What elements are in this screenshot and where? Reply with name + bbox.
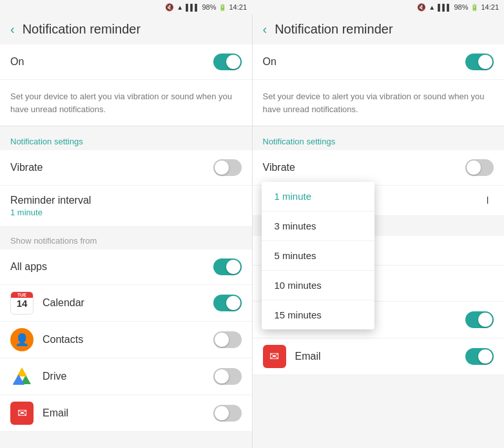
left-vibrate-knob: [215, 161, 229, 175]
battery-icon-right: 🔋: [470, 4, 478, 11]
right-description-section: Set your device to alert you via vibrati…: [253, 80, 505, 126]
left-all-apps-row: All apps: [0, 249, 252, 285]
right-on-toggle[interactable]: [465, 54, 494, 70]
left-drive-label: Drive: [43, 371, 66, 382]
calendar-toggle[interactable]: [213, 295, 242, 311]
left-drive-left: Drive: [10, 365, 66, 388]
email-icon: ✉: [10, 402, 34, 425]
left-panel: ‹ Notification reminder On Set your devi…: [0, 14, 253, 448]
left-panel-content: On Set your device to alert you via vibr…: [0, 44, 252, 448]
right-reminder-right-edge: l: [487, 195, 489, 206]
right-on-row: On: [253, 44, 505, 80]
right-email-left: ✉ Email: [263, 345, 321, 368]
left-on-toggle[interactable]: [213, 54, 242, 70]
cal-date: 14: [17, 298, 28, 308]
svg-marker-3: [17, 367, 27, 376]
time-right: 14:21: [481, 3, 499, 11]
left-email-knob: [215, 406, 229, 420]
battery-icon-left: 🔋: [218, 4, 226, 11]
right-panel: ‹ Notification reminder On Set your devi…: [253, 14, 505, 448]
wifi-icon-right: ▲: [429, 4, 435, 11]
right-email-knob: [478, 349, 492, 364]
contacts-icon: 👤: [10, 328, 34, 351]
left-calendar-left: TUE 14 Calendar: [10, 291, 84, 315]
left-description-section: Set your device to alert you via vibrati…: [0, 80, 252, 126]
left-email-toggle[interactable]: [213, 405, 242, 422]
right-vibrate-knob: [467, 161, 481, 175]
left-contacts-left: 👤 Contacts: [10, 328, 83, 351]
right-panel-title: Notification reminder: [275, 22, 393, 37]
dropdown-item-3[interactable]: 10 minutes: [262, 271, 374, 300]
left-reminder-row[interactable]: Reminder interval 1 minute: [0, 186, 252, 227]
right-email-row: ✉ Email: [253, 338, 505, 375]
contacts-toggle[interactable]: [213, 331, 242, 348]
panels-container: ‹ Notification reminder On Set your devi…: [0, 14, 504, 448]
left-drive-row: Drive: [0, 358, 252, 395]
left-reminder-value: 1 minute: [10, 208, 242, 217]
left-vibrate-toggle[interactable]: [213, 159, 242, 176]
right-on-label: On: [263, 56, 276, 68]
calendar-knob: [226, 296, 240, 310]
left-back-button[interactable]: ‹: [10, 22, 15, 37]
right-back-button[interactable]: ‹: [263, 22, 267, 37]
left-calendar-row: TUE 14 Calendar: [0, 285, 252, 322]
dropdown-menu: 1 minute 3 minutes 5 minutes 10 minutes …: [262, 182, 374, 329]
contacts-knob: [215, 333, 229, 347]
right-description: Set your device to alert you via vibrati…: [263, 92, 485, 114]
contacts-label: Contacts: [43, 334, 83, 346]
wifi-icon: ▲: [177, 4, 183, 11]
right-on-knob: [478, 55, 492, 69]
left-header: ‹ Notification reminder: [0, 14, 252, 44]
signal-icon: ▌▌▌: [186, 4, 199, 11]
left-vibrate-label: Vibrate: [10, 162, 43, 173]
calendar-label: Calendar: [43, 297, 84, 309]
right-vibrate-toggle[interactable]: [465, 159, 494, 176]
right-drive-knob: [478, 313, 492, 327]
dropdown-item-4[interactable]: 15 minutes: [262, 300, 374, 329]
right-vibrate-row: Vibrate: [253, 150, 505, 186]
status-bar: 🔇 ▲ ▌▌▌ 98% 🔋 14:21 🔇 ▲ ▌▌▌ 98% 🔋 14:21: [0, 0, 504, 14]
left-all-apps-knob: [226, 260, 240, 274]
left-on-label: On: [10, 56, 24, 68]
left-vibrate-row: Vibrate: [0, 150, 252, 186]
left-panel-title: Notification reminder: [23, 22, 141, 37]
time-left: 14:21: [229, 3, 247, 11]
right-email-icon: ✉: [263, 345, 286, 368]
left-email-label: Email: [43, 407, 68, 419]
mute-icon: 🔇: [165, 3, 174, 12]
left-contacts-row: 👤 Contacts: [0, 322, 252, 358]
cal-day: TUE: [11, 292, 33, 298]
left-reminder-label: Reminder interval: [10, 195, 242, 206]
battery-right: 98%: [454, 3, 468, 11]
dropdown-item-1[interactable]: 3 minutes: [262, 211, 374, 241]
right-header: ‹ Notification reminder: [253, 14, 505, 44]
left-drive-toggle[interactable]: [213, 368, 242, 385]
right-drive-toggle[interactable]: [465, 311, 494, 328]
dropdown-item-0[interactable]: 1 minute: [262, 182, 374, 211]
mute-icon-right: 🔇: [417, 3, 426, 12]
left-on-row: On: [0, 44, 252, 80]
dropdown-item-2[interactable]: 5 minutes: [262, 241, 374, 271]
left-drive-knob: [215, 369, 229, 384]
signal-icon-right: ▌▌▌: [438, 4, 451, 11]
left-on-toggle-knob: [226, 55, 240, 69]
status-bar-left: 🔇 ▲ ▌▌▌ 98% 🔋 14:21: [0, 0, 252, 14]
left-email-row: ✉ Email: [0, 395, 252, 432]
left-description: Set your device to alert you via vibrati…: [10, 92, 232, 114]
drive-icon: [10, 365, 34, 388]
status-bar-right: 🔇 ▲ ▌▌▌ 98% 🔋 14:21: [252, 0, 504, 14]
calendar-icon: TUE 14: [10, 291, 34, 315]
right-email-label: Email: [295, 351, 321, 362]
left-notification-settings-label: Notification settings: [0, 126, 252, 150]
left-all-apps-toggle[interactable]: [213, 258, 242, 275]
left-show-from-label: Show notifications from: [0, 227, 252, 249]
right-vibrate-label: Vibrate: [263, 162, 295, 173]
left-all-apps-label: All apps: [10, 261, 47, 273]
battery-left: 98%: [202, 3, 216, 11]
left-email-left: ✉ Email: [10, 402, 68, 425]
right-email-toggle[interactable]: [465, 348, 494, 365]
right-notification-settings-label: Notification settings: [253, 126, 505, 150]
